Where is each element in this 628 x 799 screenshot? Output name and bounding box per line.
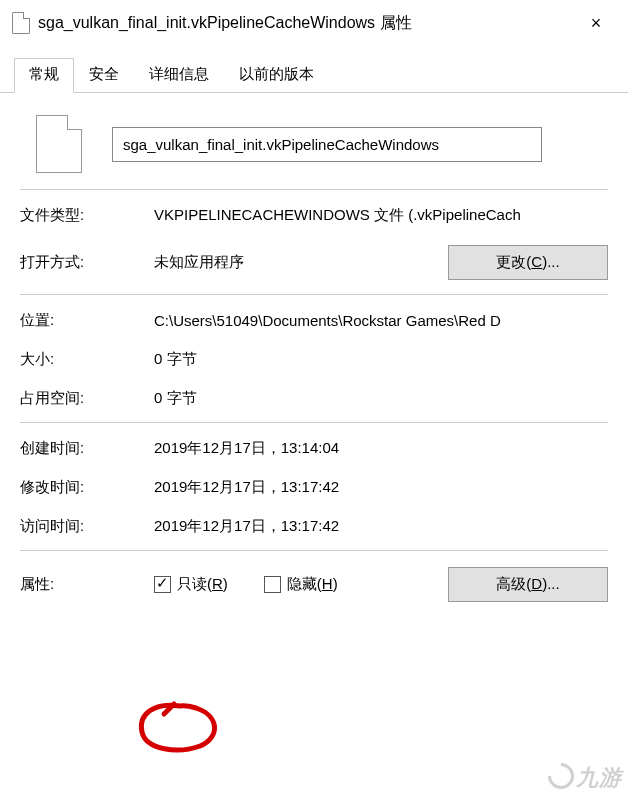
file-type-icon — [36, 115, 82, 173]
label-accessed: 访问时间: — [20, 517, 154, 536]
tab-details[interactable]: 详细信息 — [134, 58, 224, 92]
filename-input[interactable] — [112, 127, 542, 162]
label-file-type: 文件类型: — [20, 206, 154, 225]
label-created: 创建时间: — [20, 439, 154, 458]
readonly-label: 只读(R) — [177, 575, 228, 594]
checkbox-icon — [154, 576, 171, 593]
label-opens-with: 打开方式: — [20, 253, 154, 272]
value-location: C:\Users\51049\Documents\Rockstar Games\… — [154, 312, 608, 329]
label-size-on-disk: 占用空间: — [20, 389, 154, 408]
advanced-button[interactable]: 高级(D)... — [448, 567, 608, 602]
annotation-circle — [134, 700, 224, 756]
label-attributes: 属性: — [20, 575, 154, 594]
close-button[interactable]: × — [576, 13, 616, 34]
tab-previous[interactable]: 以前的版本 — [224, 58, 329, 92]
value-created: 2019年12月17日，13:14:04 — [154, 439, 608, 458]
tab-security[interactable]: 安全 — [74, 58, 134, 92]
label-location: 位置: — [20, 311, 154, 330]
label-size: 大小: — [20, 350, 154, 369]
value-accessed: 2019年12月17日，13:17:42 — [154, 517, 608, 536]
value-file-type: VKPIPELINECACHEWINDOWS 文件 (.vkPipelineCa… — [154, 206, 608, 225]
watermark: 九游 — [548, 763, 622, 793]
checkbox-icon — [264, 576, 281, 593]
hidden-label: 隐藏(H) — [287, 575, 338, 594]
label-modified: 修改时间: — [20, 478, 154, 497]
tab-bar: 常规 安全 详细信息 以前的版本 — [0, 44, 628, 93]
value-size-on-disk: 0 字节 — [154, 389, 608, 408]
value-modified: 2019年12月17日，13:17:42 — [154, 478, 608, 497]
value-opens-with: 未知应用程序 — [154, 253, 448, 272]
change-button[interactable]: 更改(C)... — [448, 245, 608, 280]
hidden-checkbox[interactable]: 隐藏(H) — [264, 575, 338, 594]
value-size: 0 字节 — [154, 350, 608, 369]
window-title: sga_vulkan_final_init.vkPipelineCacheWin… — [38, 13, 576, 34]
readonly-checkbox[interactable]: 只读(R) — [154, 575, 228, 594]
file-icon — [12, 12, 30, 34]
tab-general[interactable]: 常规 — [14, 58, 74, 93]
